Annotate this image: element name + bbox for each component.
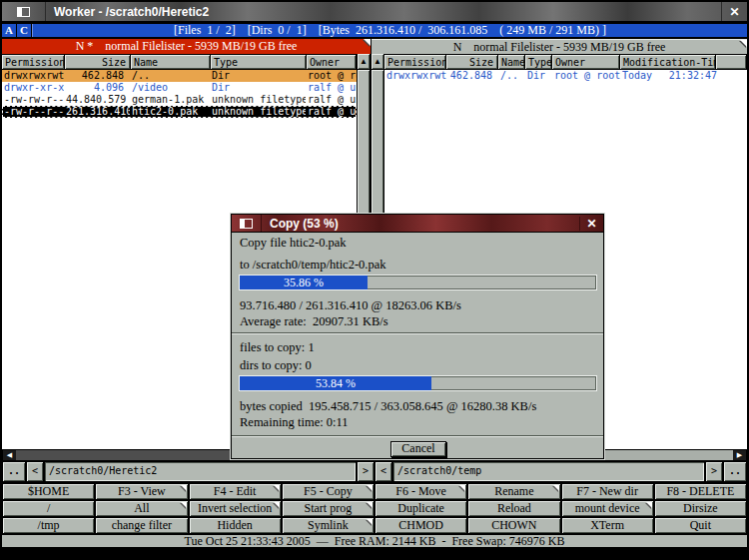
command-button-chmod[interactable]: CHMOD xyxy=(374,517,467,534)
left-parent-dir-button[interactable]: .. xyxy=(2,461,26,482)
command-button-quit[interactable]: Quit xyxy=(654,517,747,534)
bank-c-button[interactable]: C xyxy=(17,24,32,37)
right-column-headers: Permission: Size Name Type Owner Modific… xyxy=(384,54,747,70)
right-path-back-button[interactable]: < xyxy=(374,461,392,482)
status-bar: Tue Oct 25 21:33:43 2005 — Free RAM: 214… xyxy=(2,535,747,549)
window-close-button[interactable]: ✕ xyxy=(721,2,747,21)
file-perm: -rw-rw-r-- xyxy=(2,94,64,106)
col-size[interactable]: Size xyxy=(65,55,131,69)
command-button-f7-new-dir[interactable]: F7 - New dir xyxy=(561,483,654,500)
command-button-f5-copy[interactable]: F5 - Copy xyxy=(282,483,374,500)
command-button-grid: $HOMEF3 - ViewF4 - EditF5 - CopyF6 - Mov… xyxy=(2,483,747,534)
window-titlebar: Worker - /scratch0/Heretic2 ✕ xyxy=(2,2,747,22)
file-size: 462.848 xyxy=(64,70,130,82)
file-name: htic2-0.pak xyxy=(130,106,210,118)
file-owner: ralf @ user xyxy=(306,82,357,94)
command-button-symlink[interactable]: Symlink xyxy=(282,517,374,534)
command-button-chown[interactable]: CHOWN xyxy=(467,517,560,534)
file-owner: root @ root xyxy=(552,70,620,82)
command-button-duplicate[interactable]: Duplicate xyxy=(374,500,467,517)
right-path-forward-button[interactable]: > xyxy=(705,461,723,482)
left-path-back-button[interactable]: < xyxy=(26,461,44,482)
dialog-close-button[interactable]: ✕ xyxy=(579,217,603,231)
right-path-field[interactable]: /scratch0/temp xyxy=(392,461,705,482)
file-type: unknown filetype xyxy=(210,94,306,106)
command-button-f4-edit[interactable]: F4 - Edit xyxy=(189,483,282,500)
copy-dest-line: to /scratch0/temp/htic2-0.pak xyxy=(240,258,385,273)
selection-stats: [Files 1 / 2] [Dirs 0 / 1] [Bytes 261.31… xyxy=(32,24,747,37)
left-path-field[interactable]: /scratch0/Heretic2 xyxy=(44,461,357,482)
col-mtime[interactable]: Modification-Time xyxy=(620,55,716,69)
command-button-all[interactable]: All xyxy=(95,500,188,517)
scroll-left-icon[interactable]: ◀ xyxy=(3,450,16,460)
command-button-tmp[interactable]: /tmp xyxy=(2,517,95,534)
command-button-xterm[interactable]: XTerm xyxy=(561,517,654,534)
fold-corner-icon xyxy=(181,502,187,508)
col-name[interactable]: Name xyxy=(498,55,525,69)
right-pane-header[interactable]: N normal Filelister - 5939 MB/19 GB free xyxy=(372,39,747,54)
scroll-up-icon[interactable]: ▲ xyxy=(372,54,383,70)
cancel-button[interactable]: Cancel xyxy=(390,441,446,457)
command-button-mount-device[interactable]: mount device xyxy=(561,500,654,517)
command-button-dirsize[interactable]: Dirsize xyxy=(654,500,747,517)
command-button-start-prog[interactable]: Start prog xyxy=(282,500,374,517)
window-menu-button[interactable] xyxy=(2,2,46,21)
command-button-f3-view[interactable]: F3 - View xyxy=(95,483,188,500)
col-owner[interactable]: Owner xyxy=(552,55,620,69)
copy-progress-dialog: Copy (53 %) ✕ Copy file htic2-0.pak to /… xyxy=(231,214,604,459)
right-parent-dir-button[interactable]: .. xyxy=(723,461,747,482)
col-owner[interactable]: Owner xyxy=(307,55,357,69)
col-type[interactable]: Type xyxy=(211,55,307,69)
file-size: 44.840.579 xyxy=(64,94,130,106)
command-button-hidden[interactable]: Hidden xyxy=(189,517,282,534)
col-size[interactable]: Size xyxy=(446,55,498,69)
file-perm: -rw-r--r-- xyxy=(2,106,64,118)
divider xyxy=(232,332,603,334)
bank-a-button[interactable]: A xyxy=(2,24,17,37)
command-button-f6-move[interactable]: F6 - Move xyxy=(374,483,467,500)
file-size: 4.096 xyxy=(64,82,130,94)
command-button-invert-selection[interactable]: Invert selection xyxy=(189,500,282,517)
col-permission[interactable]: Permission: xyxy=(2,55,65,69)
col-filler xyxy=(716,55,747,69)
command-button-[interactable]: / xyxy=(2,500,95,517)
col-permission[interactable]: Permission: xyxy=(384,55,446,69)
col-name[interactable]: Name xyxy=(131,55,211,69)
file-progress-bar: 35.86 % xyxy=(239,275,597,290)
left-column-headers: Permission: Size Name Type Owner xyxy=(2,54,357,70)
fold-corner-icon xyxy=(367,485,373,491)
fold-corner-icon xyxy=(367,519,373,525)
file-name: /video xyxy=(130,82,210,94)
file-row[interactable]: -rw-rw-r--44.840.579german-1.pakunknown … xyxy=(2,94,357,106)
dialog-menu-icon xyxy=(240,219,253,229)
dirs-to-copy-line: dirs to copy: 0 xyxy=(240,358,312,373)
file-type: unknown filetype xyxy=(210,106,306,118)
file-progress-fill: 35.86 % xyxy=(240,276,368,289)
right-header-fold-icon xyxy=(740,40,747,47)
command-button-home[interactable]: $HOME xyxy=(2,483,95,500)
scroll-up-icon[interactable]: ▲ xyxy=(358,54,370,70)
command-button-reload[interactable]: Reload xyxy=(467,500,560,517)
left-header-fold-icon xyxy=(364,39,371,46)
average-rate-line: Average rate: 20907.31 KB/s xyxy=(240,314,388,329)
bytes-copied-line: bytes copied 195.458.715 / 363.058.645 @… xyxy=(240,399,536,414)
command-button-change-filter[interactable]: change filter xyxy=(95,517,188,534)
file-name: /.. xyxy=(130,70,210,82)
col-type[interactable]: Type xyxy=(525,55,552,69)
fold-corner-icon xyxy=(646,502,652,508)
left-pane-header[interactable]: N * normal Filelister - 5939 MB/19 GB fr… xyxy=(2,39,371,54)
left-path-forward-button[interactable]: > xyxy=(357,461,374,482)
file-row[interactable]: drwxrwxrwt462.848/..Dirroot @ rootToday2… xyxy=(384,70,747,82)
scroll-right-icon[interactable]: ▶ xyxy=(733,450,746,460)
file-row[interactable]: -rw-r--r--261.316.410htic2-0.pakunknown … xyxy=(2,106,357,118)
fold-corner-icon xyxy=(553,485,559,491)
file-type: Dir xyxy=(210,82,306,94)
window-menu-icon xyxy=(17,7,30,17)
file-size: 462.848 xyxy=(446,70,498,82)
file-row[interactable]: drwxrwxrwt462.848/..Dirroot @ root xyxy=(2,70,357,82)
file-row[interactable]: drwxr-xr-x4.096/videoDirralf @ user xyxy=(2,82,357,94)
command-button-rename[interactable]: Rename xyxy=(467,483,560,500)
command-button-f8-delete[interactable]: F8 - DELETE xyxy=(654,483,747,500)
dialog-menu-button[interactable] xyxy=(232,215,262,232)
file-perm: drwxrwxrwt xyxy=(384,70,446,82)
